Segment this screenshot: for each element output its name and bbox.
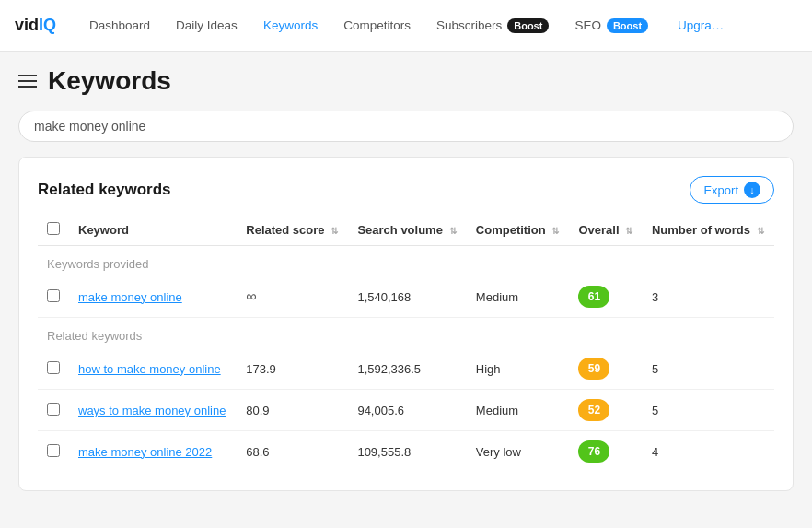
overall-badge: 52 [578,399,609,421]
table-row: how to make money online 173.9 1,592,336… [38,348,774,390]
keyword-link[interactable]: how to make money online [78,362,221,376]
keyword-link[interactable]: make money online [78,290,182,304]
col-overall: Overall ⇅ [569,215,643,246]
keyword-link[interactable]: ways to make money online [78,404,226,417]
row-checkbox[interactable] [47,289,60,302]
card-title: Related keywords [38,181,171,199]
row-competition: Medium [467,276,570,318]
nav-item-dashboard[interactable]: Dashboard [78,13,161,38]
row-search-volume: 1,592,336.5 [348,348,466,390]
col-competition: Competition ⇅ [467,215,570,246]
nav-items: Dashboard Daily Ideas Keywords Competito… [78,13,735,39]
row-keyword: how to make money online [69,348,237,390]
row-related-score: ∞ [237,276,348,318]
row-overall: 59 [569,348,643,390]
row-competition: High [467,348,570,390]
row-checkbox[interactable] [47,361,60,374]
row-keyword: make money online 2022 [69,431,237,473]
overall-badge: 76 [578,440,609,463]
row-competition: Very low [467,431,570,473]
row-search-volume: 1,540,168 [348,276,466,318]
logo[interactable]: vidIQ [15,16,56,35]
nav-item-subscribers[interactable]: Subscribers Boost [425,13,560,39]
row-related-score: 68.6 [237,431,348,473]
row-num-words: 3 [643,276,774,318]
nav-item-seo[interactable]: SEO Boost [563,13,659,39]
export-button[interactable]: Export ↓ [690,176,774,204]
row-keyword: make money online [69,276,237,318]
sort-icon-num-words[interactable]: ⇅ [757,226,764,236]
overall-badge: 59 [578,358,609,380]
sort-icon-related-score[interactable]: ⇅ [331,226,338,236]
section-label: Related keywords [38,318,774,349]
col-num-words: Number of words ⇅ [643,215,774,246]
row-checkbox-cell [38,390,69,431]
row-related-score: 173.9 [237,348,348,390]
select-all-checkbox[interactable] [47,222,60,235]
row-num-words: 5 [643,348,774,390]
row-overall: 52 [569,390,643,431]
row-checkbox[interactable] [47,444,60,457]
row-overall: 76 [569,431,643,473]
row-keyword: ways to make money online [69,390,237,431]
keywords-card: Related keywords Export ↓ Keyword Relate… [18,157,794,491]
col-related-score: Related score ⇅ [237,215,348,246]
overall-badge: 61 [578,286,609,308]
section-label-row: Keywords provided [38,246,774,277]
col-search-volume: Search volume ⇅ [348,215,466,246]
boost-badge-seo: Boost [607,18,648,33]
col-keyword: Keyword [69,215,237,246]
boost-badge-subscribers: Boost [507,18,549,33]
table-row: make money online 2022 68.6 109,555.8 Ve… [38,431,774,473]
row-checkbox[interactable] [47,403,60,416]
section-label-row: Related keywords [38,318,774,349]
col-checkbox [38,215,69,246]
row-search-volume: 109,555.8 [348,431,466,473]
export-label: Export [703,183,738,197]
keyword-link[interactable]: make money online 2022 [78,445,212,459]
nav-item-daily-ideas[interactable]: Daily Ideas [165,13,249,38]
sort-icon-search-volume[interactable]: ⇅ [449,226,457,236]
page-header: Keywords [18,66,794,96]
row-related-score: 80.9 [237,390,348,431]
top-nav: vidIQ Dashboard Daily Ideas Keywords Com… [0,0,812,52]
page-content: Keywords Related keywords Export ↓ Keywo… [0,52,812,528]
page-title: Keywords [48,66,171,96]
row-search-volume: 94,005.6 [348,390,466,431]
row-competition: Medium [467,390,570,431]
row-overall: 61 [569,276,643,318]
row-num-words: 4 [643,431,774,473]
row-checkbox-cell [38,431,69,473]
sort-icon-competition[interactable]: ⇅ [551,226,559,236]
infinity-symbol: ∞ [246,288,256,304]
section-label: Keywords provided [38,246,774,277]
sort-icon-overall[interactable]: ⇅ [625,226,632,236]
row-num-words: 5 [643,390,774,431]
keywords-table: Keyword Related score ⇅ Search volume ⇅ … [38,215,774,472]
nav-item-keywords[interactable]: Keywords [252,13,329,38]
hamburger-icon[interactable] [18,75,37,88]
row-checkbox-cell [38,276,69,318]
table-row: make money online ∞ 1,540,168 Medium 61 … [38,276,774,318]
search-input[interactable] [18,111,794,142]
nav-item-upgrade[interactable]: Upgra… [667,13,735,38]
card-header: Related keywords Export ↓ [38,176,774,204]
table-row: ways to make money online 80.9 94,005.6 … [38,390,774,431]
export-icon: ↓ [744,182,760,198]
nav-item-competitors[interactable]: Competitors [332,13,422,38]
row-checkbox-cell [38,348,69,390]
